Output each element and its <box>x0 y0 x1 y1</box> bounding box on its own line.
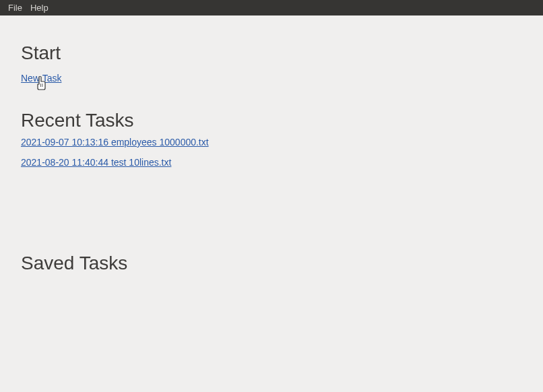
recent-tasks-heading: Recent Tasks <box>21 110 522 131</box>
recent-task-link[interactable]: 2021-08-20 11:40:44 test 10lines.txt <box>21 157 522 168</box>
start-heading: Start <box>21 42 522 64</box>
menu-help[interactable]: Help <box>26 3 53 13</box>
recent-task-link[interactable]: 2021-09-07 10:13:16 employees 1000000.tx… <box>21 137 522 148</box>
menu-file[interactable]: File <box>4 3 26 13</box>
new-task-link[interactable]: New Task <box>21 73 61 84</box>
saved-tasks-heading: Saved Tasks <box>21 253 522 274</box>
menubar: File Help <box>0 0 543 15</box>
main-content: Start New Task Recent Tasks 2021-09-07 1… <box>0 15 543 392</box>
